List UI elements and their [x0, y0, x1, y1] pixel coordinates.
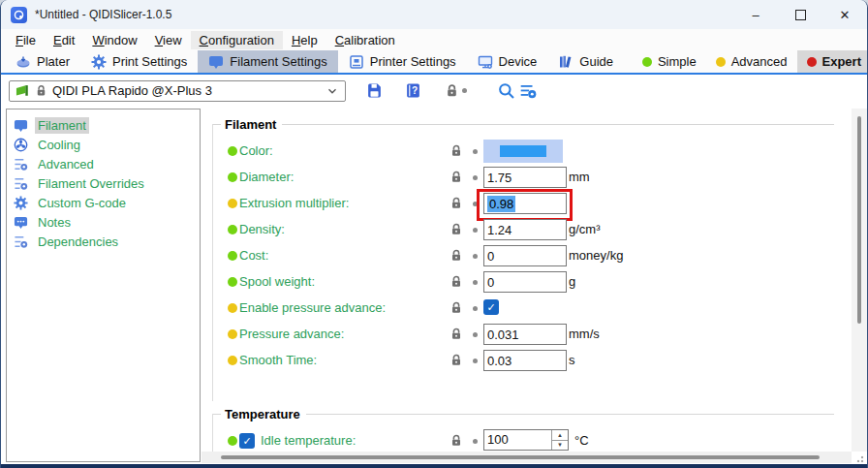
- tab-guide[interactable]: Guide: [547, 50, 624, 73]
- color-picker-button[interactable]: [483, 140, 563, 163]
- lock-icon[interactable]: [450, 170, 463, 184]
- sidebar-item-filament-overrides[interactable]: Filament Overrides: [7, 173, 200, 193]
- diameter-input[interactable]: [483, 167, 567, 188]
- spin-down-button[interactable]: ▼: [552, 440, 568, 451]
- lock-icon[interactable]: [450, 222, 463, 236]
- lock-icon[interactable]: [450, 248, 463, 263]
- lock-icon[interactable]: [450, 196, 463, 210]
- vertical-scrollbar-thumb[interactable]: [857, 116, 861, 324]
- sidebar-item-label: Custom G-code: [35, 195, 129, 211]
- setting-label: Color:: [239, 143, 273, 158]
- horizontal-scrollbar-thumb[interactable]: [221, 455, 820, 459]
- tab-filament-settings[interactable]: Filament Settings: [198, 50, 337, 73]
- tab-printer-settings[interactable]: Printer Settings: [338, 50, 467, 73]
- search-button[interactable]: [496, 80, 517, 102]
- sidebar-item-filament[interactable]: Filament: [7, 115, 200, 135]
- sliders-gear-icon: [14, 234, 28, 249]
- window-controls: – ✕: [733, 0, 867, 29]
- vertical-scrollbar[interactable]: [852, 109, 867, 452]
- menu-window[interactable]: Window: [83, 31, 145, 49]
- setting-row-smooth-time: Smooth Time: s: [222, 349, 842, 372]
- menu-file[interactable]: File: [7, 31, 45, 49]
- menu-help[interactable]: Help: [283, 31, 326, 49]
- close-button[interactable]: ✕: [822, 0, 867, 29]
- setting-label: Extrusion multiplier:: [239, 196, 349, 210]
- sidebar-item-cooling[interactable]: Cooling: [7, 135, 200, 154]
- sync-dot-icon: [462, 88, 467, 93]
- unit-label: g: [569, 274, 575, 289]
- menu-configuration[interactable]: Configuration: [191, 31, 283, 49]
- tab-plater[interactable]: Plater: [5, 50, 80, 73]
- section-header-filament: Filament: [212, 116, 834, 132]
- lock-icon[interactable]: [450, 300, 463, 315]
- mode-simple[interactable]: Simple: [633, 50, 706, 73]
- density-input[interactable]: [483, 219, 567, 240]
- revert-dot-icon[interactable]: [473, 228, 478, 233]
- revert-dot-icon[interactable]: [473, 332, 478, 337]
- sidebar-item-dependencies[interactable]: Dependencies: [7, 232, 200, 251]
- content-area: Filament Cooling Advanced Filament Overr…: [1, 107, 867, 464]
- revert-dot-icon[interactable]: [473, 306, 478, 311]
- revert-dot-icon[interactable]: [473, 439, 478, 444]
- menu-view[interactable]: View: [146, 31, 191, 49]
- lock-all-button[interactable]: [441, 80, 462, 102]
- menu-calibration[interactable]: Calibration: [326, 31, 404, 49]
- help-button[interactable]: [402, 80, 423, 102]
- revert-dot-icon[interactable]: [473, 149, 478, 154]
- spinner-value: 100: [484, 430, 551, 450]
- minimize-button[interactable]: –: [733, 0, 778, 29]
- cost-input[interactable]: [483, 245, 567, 266]
- revert-dot-icon[interactable]: [473, 254, 478, 259]
- preset-toolbar: QIDI PLA Rapido @X-Plus 3: [1, 75, 867, 107]
- unit-label: °C: [574, 433, 589, 448]
- fan-icon: [14, 138, 28, 152]
- unit-label: mm/s: [569, 327, 600, 341]
- preset-combobox[interactable]: QIDI PLA Rapido @X-Plus 3: [9, 80, 346, 102]
- compare-presets-button[interactable]: [517, 80, 539, 102]
- title-bar: *Untitled - QIDISlicer-1.0.5 – ✕: [1, 0, 867, 29]
- mode-advanced[interactable]: Advanced: [706, 50, 797, 73]
- sidebar-item-custom-gcode[interactable]: Custom G-code: [7, 193, 200, 212]
- yellow-flag-dot-icon: [228, 356, 237, 365]
- preset-name: QIDI PLA Rapido @X-Plus 3: [52, 83, 321, 98]
- enable-pressure-advance-checkbox[interactable]: ✓: [483, 299, 499, 315]
- section-title: Filament: [221, 117, 282, 132]
- smooth-time-input[interactable]: [483, 350, 567, 371]
- setting-label: Spool weight:: [239, 274, 315, 289]
- setting-label: Pressure advance:: [239, 327, 344, 341]
- revert-dot-icon[interactable]: [473, 359, 478, 363]
- search-icon: [498, 82, 515, 100]
- revert-dot-icon[interactable]: [473, 280, 478, 285]
- section-title: Temperature: [221, 407, 306, 421]
- lock-icon[interactable]: [450, 353, 463, 367]
- spool-weight-input[interactable]: [483, 271, 567, 293]
- tab-device[interactable]: Device: [467, 50, 548, 73]
- save-preset-button[interactable]: [363, 80, 385, 102]
- idle-temperature-checkbox[interactable]: ✓: [239, 433, 255, 449]
- pressure-advance-input[interactable]: [483, 324, 567, 345]
- expert-mode-dot-icon: [807, 57, 817, 67]
- sidebar-item-advanced[interactable]: Advanced: [7, 154, 200, 173]
- green-flag-dot-icon: [228, 251, 237, 261]
- extrusion-multiplier-input[interactable]: 0.98: [483, 193, 567, 214]
- setting-row-spool-weight: Spool weight: g: [222, 270, 842, 294]
- maximize-button[interactable]: [778, 0, 822, 29]
- lock-icon[interactable]: [450, 143, 463, 158]
- sidebar-item-notes[interactable]: Notes: [7, 212, 200, 232]
- advanced-mode-dot-icon: [716, 57, 726, 67]
- lock-icon[interactable]: [450, 327, 463, 341]
- idle-temperature-spinner[interactable]: 100 ▲ ▼: [483, 429, 569, 451]
- setting-row-density: Density: g/cm³: [222, 218, 842, 241]
- revert-dot-icon[interactable]: [473, 175, 478, 180]
- filament-spool-icon: [16, 83, 30, 98]
- menu-edit[interactable]: Edit: [45, 31, 83, 49]
- tab-print-settings[interactable]: Print Settings: [80, 50, 198, 73]
- monitor-icon: [478, 54, 493, 70]
- horizontal-scrollbar[interactable]: [202, 452, 852, 463]
- resize-grip[interactable]: [854, 453, 864, 463]
- spin-up-button[interactable]: ▲: [552, 430, 568, 440]
- sidebar-item-label: Filament Overrides: [35, 175, 147, 192]
- lock-icon[interactable]: [450, 433, 463, 448]
- mode-expert[interactable]: Expert: [797, 50, 868, 73]
- lock-icon[interactable]: [450, 274, 463, 289]
